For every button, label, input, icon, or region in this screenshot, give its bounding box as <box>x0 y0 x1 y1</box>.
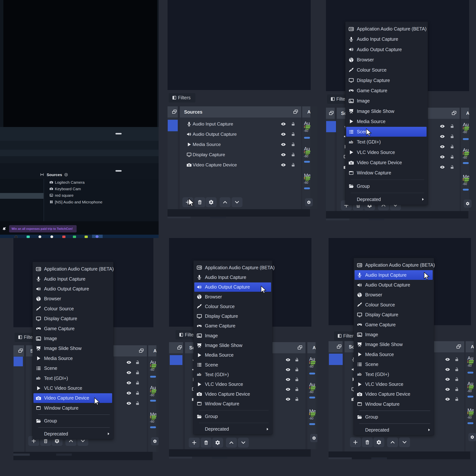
svg-text:ab: ab <box>349 140 353 144</box>
svg-text:ab: ab <box>197 373 201 377</box>
svg-text:ab: ab <box>36 376 40 380</box>
svg-text:ab: ab <box>357 372 361 376</box>
